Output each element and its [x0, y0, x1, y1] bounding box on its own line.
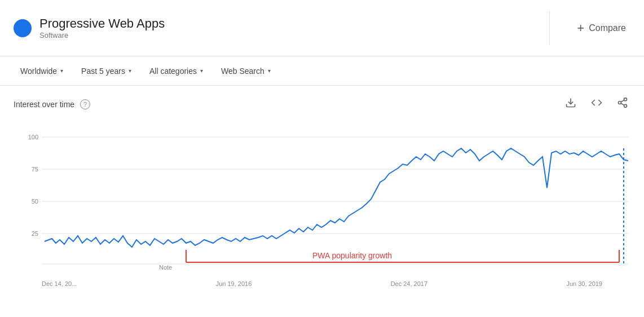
page-title: Progressive Web Apps — [39, 16, 165, 31]
svg-text:PWA popularity growth: PWA popularity growth — [312, 251, 392, 260]
share-button[interactable] — [615, 95, 630, 113]
chart-section: Interest over time ? — [0, 86, 644, 288]
filters-bar: Worldwide ▾ Past 5 years ▾ All categorie… — [0, 56, 644, 86]
time-filter[interactable]: Past 5 years ▾ — [74, 63, 138, 79]
help-icon[interactable]: ? — [80, 99, 90, 109]
x-label-3: Dec 24, 2017 — [391, 280, 427, 287]
x-label-2: Jun 19, 2016 — [216, 280, 252, 287]
svg-text:100: 100 — [28, 134, 38, 140]
svg-text:50: 50 — [32, 198, 38, 205]
search-type-filter[interactable]: Web Search ▾ — [214, 63, 277, 79]
svg-point-2 — [619, 102, 621, 104]
location-filter[interactable]: Worldwide ▾ — [14, 63, 70, 79]
x-axis-labels: Dec 14, 20... Jun 19, 2016 Dec 24, 2017 … — [14, 278, 630, 287]
search-type-label: Web Search — [221, 67, 264, 76]
time-label: Past 5 years — [81, 67, 125, 76]
header-left: Progressive Web Apps Software — [14, 16, 527, 39]
svg-point-1 — [624, 98, 627, 101]
category-chevron-icon: ▾ — [200, 68, 203, 74]
chart-title-group: Interest over time ? — [14, 99, 90, 109]
svg-text:Note: Note — [159, 264, 172, 271]
header-divider — [549, 11, 550, 45]
category-filter[interactable]: All categories ▾ — [143, 63, 210, 79]
brand-dot — [14, 19, 32, 37]
svg-line-5 — [621, 100, 624, 102]
location-chevron-icon: ▾ — [60, 68, 63, 74]
chart-container: 100 75 50 25 Note PWA popularity growth — [14, 120, 630, 278]
share-icon — [617, 97, 628, 108]
svg-line-4 — [621, 103, 624, 105]
compare-button[interactable]: + Compare — [572, 16, 630, 40]
chart-actions — [563, 95, 630, 113]
location-label: Worldwide — [20, 67, 57, 76]
search-type-chevron-icon: ▾ — [268, 68, 271, 74]
svg-text:25: 25 — [32, 230, 38, 237]
chart-header: Interest over time ? — [14, 95, 630, 113]
category-label: All categories — [149, 67, 197, 76]
embed-icon — [591, 97, 602, 108]
time-chevron-icon: ▾ — [129, 68, 131, 74]
download-icon — [565, 97, 576, 108]
compare-label: Compare — [589, 23, 626, 33]
x-label-1: Dec 14, 20... — [42, 280, 77, 287]
plus-icon: + — [577, 21, 584, 36]
embed-button[interactable] — [589, 95, 605, 113]
header-text: Progressive Web Apps Software — [39, 16, 165, 39]
chart-svg: 100 75 50 25 Note PWA popularity growth — [14, 120, 630, 278]
download-button[interactable] — [563, 95, 579, 113]
page-subtitle: Software — [39, 31, 165, 39]
svg-text:75: 75 — [32, 166, 38, 173]
x-label-4: Jun 30, 2019 — [566, 280, 602, 287]
svg-point-3 — [624, 104, 627, 107]
header: Progressive Web Apps Software + Compare — [0, 0, 644, 56]
chart-title: Interest over time — [14, 100, 74, 109]
